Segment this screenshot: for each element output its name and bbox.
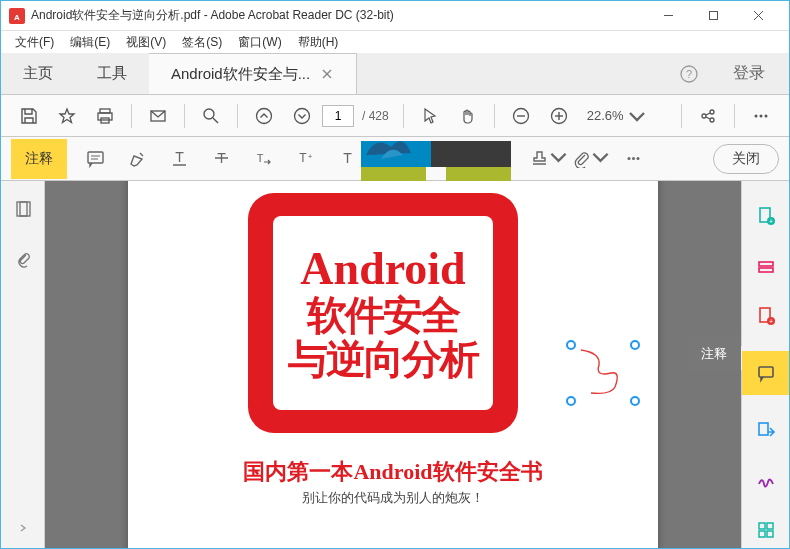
svg-text:+: + (768, 218, 772, 225)
svg-rect-45 (446, 167, 511, 181)
svg-rect-64 (767, 531, 773, 537)
save-button[interactable] (11, 98, 47, 134)
svg-text:T: T (299, 151, 307, 165)
menu-window[interactable]: 窗口(W) (230, 32, 289, 53)
help-button[interactable]: ? (669, 53, 709, 94)
sticky-note-button[interactable] (75, 140, 115, 178)
close-annotations-button[interactable]: 关闭 (713, 144, 779, 174)
svg-line-15 (213, 118, 218, 123)
resize-handle-br[interactable] (630, 396, 640, 406)
svg-rect-11 (98, 113, 112, 120)
svg-line-26 (706, 113, 710, 115)
organize-button[interactable] (751, 415, 781, 445)
svg-rect-55 (759, 268, 773, 272)
menu-edit[interactable]: 编辑(E) (62, 32, 118, 53)
left-sidebar (1, 181, 45, 549)
resize-handle-bl[interactable] (566, 396, 576, 406)
book-tagline: 别让你的代码成为别人的炮灰！ (128, 489, 658, 507)
svg-rect-31 (88, 152, 103, 163)
svg-point-46 (627, 157, 630, 160)
svg-point-14 (204, 109, 214, 119)
resize-handle-tl[interactable] (566, 340, 576, 350)
svg-point-47 (632, 157, 635, 160)
create-pdf-button[interactable]: + (751, 201, 781, 231)
svg-text:A: A (14, 13, 20, 22)
highlight-button[interactable] (117, 140, 157, 178)
page-total: / 428 (362, 109, 389, 123)
sign-button[interactable] (751, 465, 781, 495)
svg-text:?: ? (686, 68, 692, 80)
page-number-input[interactable] (322, 105, 354, 127)
main-area: Android 软件安全 与逆向分析 国内第一本Android软件安全书 别让你… (1, 181, 789, 549)
tab-tools[interactable]: 工具 (75, 53, 149, 94)
svg-rect-62 (767, 523, 773, 529)
chevron-down-icon (549, 149, 568, 168)
book-title-cn2: 与逆向分析 (288, 338, 478, 380)
combine-files-button[interactable] (751, 251, 781, 281)
print-button[interactable] (87, 98, 123, 134)
underline-button[interactable]: T (159, 140, 199, 178)
book-subtitle: 国内第一本Android软件安全书 (128, 457, 658, 487)
zoom-in-button[interactable] (541, 98, 577, 134)
close-button[interactable] (736, 2, 781, 30)
tab-close-icon[interactable] (320, 67, 334, 81)
thumbnails-button[interactable] (9, 195, 37, 223)
comment-button[interactable] (742, 351, 790, 395)
page-up-button[interactable] (246, 98, 282, 134)
right-sidebar: ◀ + + 注释 (741, 181, 789, 549)
freehand-annotation[interactable] (571, 345, 635, 401)
book-cover-box: Android 软件安全 与逆向分析 (248, 193, 518, 433)
attach-button[interactable] (571, 140, 611, 178)
svg-point-48 (636, 157, 639, 160)
svg-point-30 (765, 114, 768, 117)
svg-point-25 (710, 118, 714, 122)
maximize-button[interactable] (691, 2, 736, 30)
splash-graphic (361, 125, 511, 181)
svg-rect-3 (710, 12, 718, 20)
chevron-down-icon (591, 149, 610, 168)
resize-handle-tr[interactable] (630, 340, 640, 350)
menu-view[interactable]: 视图(V) (118, 32, 174, 53)
svg-rect-44 (361, 167, 426, 181)
annotation-toolbar: 注释 T T T T+ T 关闭 (1, 137, 789, 181)
window-title: Android软件安全与逆向分析.pdf - Adobe Acrobat Rea… (31, 7, 646, 24)
titlebar: A Android软件安全与逆向分析.pdf - Adobe Acrobat R… (1, 1, 789, 31)
email-button[interactable] (140, 98, 176, 134)
zoom-display[interactable]: 22.6% (587, 107, 646, 125)
document-area[interactable]: Android 软件安全 与逆向分析 国内第一本Android软件安全书 别让你… (45, 181, 741, 549)
minimize-button[interactable] (646, 2, 691, 30)
menu-help[interactable]: 帮助(H) (290, 32, 347, 53)
edit-pdf-button[interactable]: + (751, 301, 781, 331)
stamp-button[interactable] (529, 140, 569, 178)
annotation-label: 注释 (11, 139, 67, 179)
insert-text-button[interactable]: T+ (285, 140, 325, 178)
svg-rect-60 (759, 423, 768, 435)
page-down-button[interactable] (284, 98, 320, 134)
expand-left-button[interactable] (11, 516, 35, 540)
svg-rect-49 (17, 202, 27, 216)
share-button[interactable] (690, 98, 726, 134)
tabsbar: 主页 工具 Android软件安全与... ? 登录 (1, 53, 789, 95)
svg-rect-50 (20, 202, 30, 216)
login-button[interactable]: 登录 (709, 53, 789, 94)
pdf-icon: A (9, 8, 25, 24)
svg-text:T: T (256, 152, 263, 164)
star-button[interactable] (49, 98, 85, 134)
more-button[interactable] (743, 98, 779, 134)
strikethrough-button[interactable]: T (201, 140, 241, 178)
export-button[interactable] (751, 515, 781, 545)
tab-document[interactable]: Android软件安全与... (149, 53, 357, 94)
menu-sign[interactable]: 签名(S) (174, 32, 230, 53)
svg-text:T: T (175, 149, 184, 165)
attachments-button[interactable] (9, 245, 37, 273)
tooltip: 注释 (687, 335, 741, 373)
replace-text-button[interactable]: T (243, 140, 283, 178)
svg-rect-54 (759, 262, 773, 266)
svg-line-27 (706, 117, 710, 119)
book-title-cn1: 软件安全 (307, 294, 459, 336)
more-tools-button[interactable] (613, 140, 653, 178)
menu-file[interactable]: 文件(F) (7, 32, 62, 53)
find-button[interactable] (193, 98, 229, 134)
svg-text:+: + (307, 152, 312, 161)
tab-home[interactable]: 主页 (1, 53, 75, 94)
